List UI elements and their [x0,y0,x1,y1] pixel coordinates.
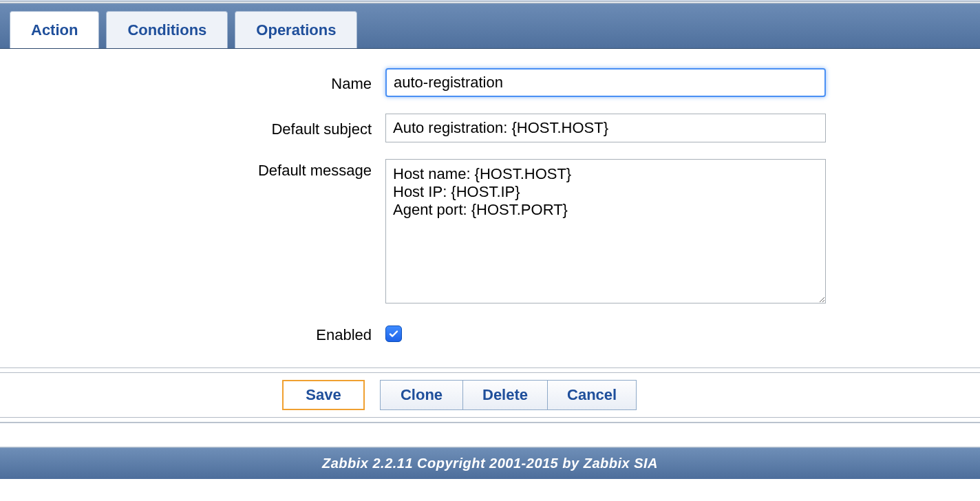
page-container: Action Conditions Operations Name Defaul… [0,0,980,479]
subject-label: Default subject [28,118,385,138]
button-bar: Save Clone Delete Cancel [0,373,980,417]
tab-operations[interactable]: Operations [235,11,357,48]
tab-action-label: Action [31,21,78,39]
message-textarea[interactable] [385,159,826,303]
cancel-button-label: Cancel [567,386,617,404]
message-label: Default message [28,159,385,180]
tab-conditions[interactable]: Conditions [106,11,228,48]
subject-input[interactable] [385,114,826,142]
check-icon [388,328,399,339]
tab-operations-label: Operations [256,21,336,39]
footer-bar: Zabbix 2.2.11 Copyright 2001-2015 by Zab… [0,447,980,479]
save-button-label: Save [306,386,341,404]
separator-2 [0,417,980,423]
delete-button[interactable]: Delete [462,380,547,410]
cancel-button[interactable]: Cancel [547,380,637,410]
tab-action[interactable]: Action [10,11,99,48]
enabled-label: Enabled [28,323,385,344]
name-label: Name [28,72,385,93]
delete-button-label: Delete [482,386,528,404]
save-button[interactable]: Save [282,380,365,410]
tab-bar: Action Conditions Operations [0,3,980,49]
footer-text: Zabbix 2.2.11 Copyright 2001-2015 by Zab… [322,456,658,471]
clone-button-label: Clone [401,386,443,404]
enabled-checkbox[interactable] [385,326,402,342]
separator-1 [0,367,980,373]
tab-conditions-label: Conditions [127,21,206,39]
form-area: Name Default subject Default message Ena… [0,49,980,367]
footer-spacer [0,423,980,447]
name-input[interactable] [385,68,826,97]
clone-button[interactable]: Clone [380,380,462,410]
